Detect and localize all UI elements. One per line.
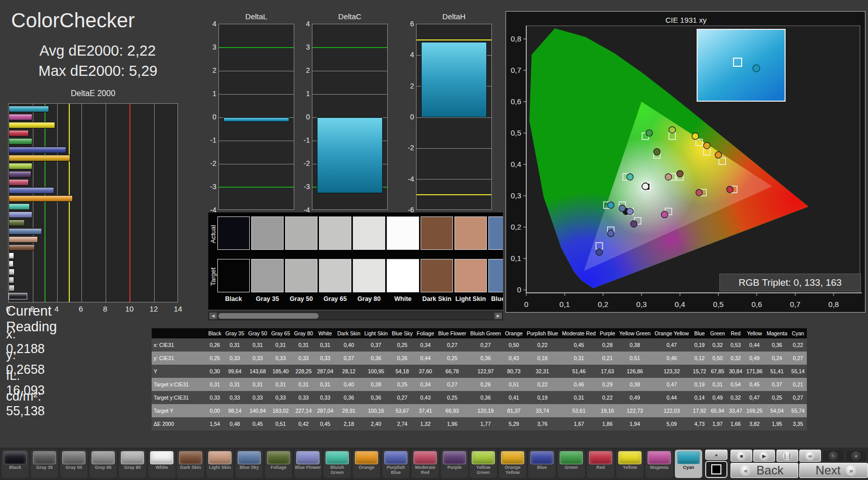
mini-gridline [219,141,294,141]
table-column-header: Blue [691,328,708,338]
deltae-x-tick: 8 [99,304,111,313]
patch-tile-magenta[interactable]: Magenta [646,450,673,478]
patch-tile-foliage[interactable]: Foliage [265,450,292,478]
patch-window-button[interactable] [705,461,727,478]
table-cell: 0,37 [335,352,362,365]
table-cell: 28,12 [335,365,362,378]
patch-tile-black[interactable]: Black [2,450,29,478]
deltae-bar [9,122,55,128]
table-cell: 37,41 [415,404,436,417]
scrollbar-thumb[interactable] [218,313,318,319]
target-swatch [285,259,317,292]
table-cell: 171,86 [744,365,764,378]
table-cell: 0,33 [223,391,246,404]
loop-button[interactable]: ∞ [799,450,821,462]
patch-tile-blue[interactable]: Blue [528,450,556,478]
patch-chip [384,451,407,464]
deltae-bar [9,260,14,267]
table-cell: 0,47 [653,338,691,352]
patch-tile-bluish-green[interactable]: Bluish Green [324,450,351,478]
measured-marker [704,142,710,149]
measured-marker [696,189,703,196]
deltae-bar [9,187,54,194]
next-button[interactable]: Next » [799,463,868,478]
svg-text:0,3: 0,3 [511,191,521,200]
patch-tile-blue-flower[interactable]: Blue Flower [294,450,322,478]
patch-tile-purplish-blue[interactable]: Purplish Blue [382,450,409,478]
target-swatch [353,259,385,292]
table-cell: 1,97 [708,417,727,430]
table-column-header: Purplish Blue [525,328,560,338]
patch-tile-green[interactable]: Green [558,450,585,478]
svg-text:0,5: 0,5 [511,128,521,137]
patch-tile-yellow[interactable]: Yellow [616,450,644,478]
table-cell: 1,95 [764,417,789,430]
patch-tile-blue-sky[interactable]: Blue Sky [236,450,263,478]
deltae-bar [9,179,29,186]
measured-marker [619,205,626,211]
measured-marker [627,173,633,180]
table-cell: 2,74 [390,417,415,430]
patch-tile-label: Blue [528,465,556,470]
mini-chart-plot [416,24,492,210]
patch-tile-cyan[interactable]: Cyan [675,450,702,478]
patch-tile-orange[interactable]: Orange [353,450,380,478]
back-button[interactable]: « Back [730,463,798,478]
patch-tile-purple[interactable]: Purple [441,450,468,478]
table-column-header: Gray 35 [223,328,246,338]
mini-y-tick: -3 [204,183,216,191]
table-column-header: Green [708,328,727,338]
table-column-header: Purple [598,328,617,338]
scroll-right-icon[interactable]: ▶ [494,313,502,319]
loop-icon: ∞ [805,451,815,461]
patch-tile-gray-80[interactable]: Gray 80 [119,450,146,478]
patch-tile-orange-yellow[interactable]: Orange Yellow [499,450,526,478]
record-button[interactable]: ● [845,450,867,462]
stop-button[interactable]: ■ [730,450,752,462]
table-cell: 3,35 [789,417,806,430]
table-cell: 1,67 [560,417,598,430]
refresh-button[interactable]: ↻ [823,450,844,462]
mini-y-tick: 4 [298,20,310,28]
table-cell: 0,19 [691,378,708,391]
scroll-left-icon[interactable]: ◀ [209,313,217,319]
mini-y-tick: 3 [204,43,216,51]
table-cell: 0,40 [335,378,362,391]
patch-tile-white[interactable]: White [148,450,175,478]
patch-tile-gray-50[interactable]: Gray 50 [60,450,87,478]
table-cell: 0,33 [246,352,269,365]
swatch-scrollbar[interactable]: ◀ ▶ [208,312,503,320]
table-cell: 0,40 [335,338,362,352]
patch-tile-dark-skin[interactable]: Dark Skin [177,450,204,478]
table-cell: 0,27 [468,338,503,352]
patch-size-up-button[interactable]: ▲ [705,450,727,460]
mini-gridline [312,71,387,71]
table-column-header: Gray 65 [269,328,292,338]
patch-tile-yellow-green[interactable]: Yellow Green [470,450,497,478]
patch-chip [4,451,27,464]
patch-tile-label: Magenta [646,465,673,470]
patch-window-icon [711,464,721,474]
svg-text:0,2: 0,2 [511,223,521,231]
patch-tile-gray-35[interactable]: Gray 35 [31,450,58,478]
table-cell: 2,40 [362,417,390,430]
target-swatch [251,259,284,292]
mini-y-tick: 1 [298,90,310,98]
play-button[interactable]: ▶ [753,450,775,462]
table-cell: 0,36 [362,352,390,365]
range-button[interactable]: [··] [776,450,798,462]
patch-tile-light-skin[interactable]: Light Skin [206,450,234,478]
deltae-bar [9,195,73,202]
table-cell: 0,31 [292,378,315,391]
patch-tile-moderate-red[interactable]: Moderate Red [412,450,439,478]
table-cell: 0,26 [206,338,223,352]
table-cell: 0,38 [362,378,390,391]
table-cell: 0,33 [315,391,335,404]
patch-tile-label: Cyan [675,465,702,470]
table-cell: 0,37 [362,338,390,352]
table-cell: 143,68 [246,365,269,378]
patch-chip [326,451,349,464]
deltae-bar [9,277,14,283]
patch-tile-red[interactable]: Red [587,450,614,478]
patch-tile-gray-65[interactable]: Gray 65 [89,450,117,478]
